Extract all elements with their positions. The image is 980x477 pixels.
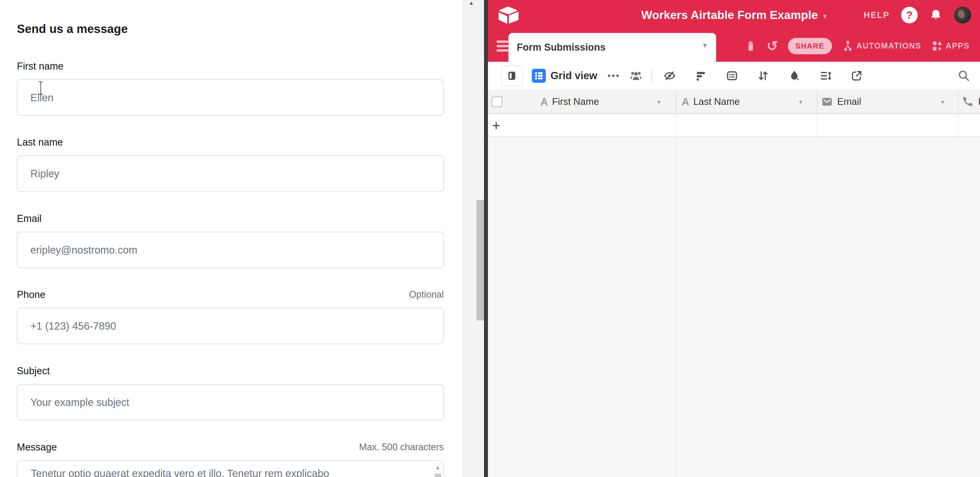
view-toolbar: Grid view ••• — [488, 62, 980, 90]
airtable-topbar: Workers Airtable Form Example ▾ HELP ? — [488, 0, 980, 30]
filter-icon[interactable] — [695, 70, 707, 82]
sort-icon[interactable] — [757, 70, 769, 82]
color-icon[interactable] — [788, 70, 800, 82]
email-label: Email — [17, 213, 41, 224]
phone-field-type-icon — [962, 96, 974, 108]
screen: Send us a message First name Last name E… — [0, 0, 980, 477]
phone-input[interactable] — [17, 308, 444, 344]
form-pane-scrollbar[interactable]: ▲ — [463, 0, 484, 477]
base-title-menu[interactable]: Workers Airtable Form Example ▾ — [641, 0, 827, 30]
last-name-input[interactable] — [17, 155, 444, 192]
column-header-first-name[interactable]: A First Name — [540, 90, 599, 114]
hide-fields-icon[interactable] — [663, 70, 676, 82]
airtable-window: Workers Airtable Form Example ▾ HELP ? — [488, 0, 980, 477]
base-title: Workers Airtable Form Example — [641, 8, 818, 22]
question-icon[interactable]: ? — [901, 7, 918, 23]
email-input[interactable] — [17, 232, 444, 268]
text-field-type-icon: A — [682, 96, 689, 108]
tab-form-submissions[interactable]: Form Submissions ▾ — [508, 33, 716, 62]
airtable-logo-icon[interactable] — [498, 6, 519, 24]
share-view-icon[interactable] — [850, 70, 863, 82]
column-header-last-name[interactable]: A Last Name — [682, 90, 740, 114]
first-name-field: First name — [17, 61, 444, 116]
first-name-input[interactable] — [17, 79, 444, 116]
chevron-down-icon[interactable]: ▾ — [657, 98, 660, 106]
phone-label: Phone — [17, 289, 45, 300]
search-icon[interactable] — [957, 69, 970, 82]
hamburger-menu-icon[interactable] — [496, 41, 508, 54]
apps-icon — [931, 40, 943, 52]
add-row-row[interactable]: + — [488, 114, 980, 137]
scrollbar-up-icon[interactable]: ▲ — [469, 0, 474, 6]
message-textarea[interactable]: Tenetur optio quaerat expedita vero et i… — [17, 460, 444, 477]
select-all-checkbox[interactable] — [492, 96, 503, 107]
phone-optional-helper: Optional — [409, 289, 444, 300]
message-text: Tenetur optio quaerat expedita vero et i… — [31, 467, 420, 477]
message-scrollbar[interactable]: ▲ — [434, 462, 442, 477]
view-name[interactable]: Grid view — [550, 70, 597, 81]
message-maxchars-helper: Max. 500 characters — [359, 442, 444, 453]
user-avatar[interactable] — [954, 6, 971, 24]
chevron-down-icon: ▾ — [703, 41, 707, 49]
phone-field: Phone Optional — [17, 289, 444, 344]
message-label: Message — [17, 442, 57, 453]
panel-icon — [507, 70, 517, 82]
subject-field: Subject — [17, 365, 444, 420]
message-field: Message Max. 500 characters Tenetur opti… — [17, 442, 444, 477]
trash-icon[interactable] — [745, 40, 757, 52]
chevron-down-icon[interactable]: ▾ — [941, 98, 944, 106]
form-title: Send us a message — [17, 22, 128, 36]
collaborators-icon[interactable] — [629, 69, 643, 82]
subject-label: Subject — [17, 365, 50, 377]
automations-icon — [842, 40, 854, 52]
view-more-icon[interactable]: ••• — [608, 71, 620, 81]
contact-form-pane: Send us a message First name Last name E… — [0, 0, 463, 477]
last-name-label: Last name — [17, 137, 63, 148]
column-header-phone[interactable]: Phone — [962, 90, 980, 114]
automations-button[interactable]: AUTOMATIONS — [842, 40, 921, 52]
window-divider — [484, 0, 488, 477]
grid-view-icon — [532, 69, 546, 83]
history-icon[interactable]: ↺ — [767, 40, 778, 52]
chevron-down-icon: ▾ — [823, 10, 827, 21]
row-height-icon[interactable] — [819, 70, 832, 82]
email-field-type-icon — [821, 96, 833, 108]
view-sidebar-toggle-button[interactable] — [501, 66, 522, 86]
toolbar-separator — [652, 69, 652, 82]
column-header-email[interactable]: Email — [821, 90, 861, 114]
chevron-down-icon[interactable]: ▾ — [799, 98, 802, 106]
add-row-plus-icon[interactable]: + — [492, 114, 500, 136]
help-button[interactable]: HELP — [864, 10, 889, 20]
form-pane-scrollbar-thumb[interactable] — [477, 200, 484, 320]
first-name-label: First name — [17, 61, 64, 72]
text-field-type-icon: A — [540, 96, 548, 108]
last-name-field: Last name — [17, 137, 444, 192]
grid-empty-area — [488, 138, 980, 477]
notifications-bell-icon[interactable] — [929, 8, 943, 22]
scroll-up-icon[interactable]: ▲ — [434, 462, 442, 471]
share-button[interactable]: SHARE — [788, 38, 832, 54]
group-icon[interactable] — [726, 70, 738, 82]
grid-header-row: A First Name ▾ A Last Name ▾ Email — [488, 90, 980, 114]
text-cursor-icon — [38, 81, 44, 95]
message-scrollbar-thumb[interactable] — [435, 474, 441, 477]
subject-input[interactable] — [17, 384, 444, 420]
email-field: Email — [17, 213, 444, 268]
apps-button[interactable]: APPS — [931, 40, 970, 52]
table-tabbar: Form Submissions ▾ ↺ SHARE — [488, 30, 980, 62]
